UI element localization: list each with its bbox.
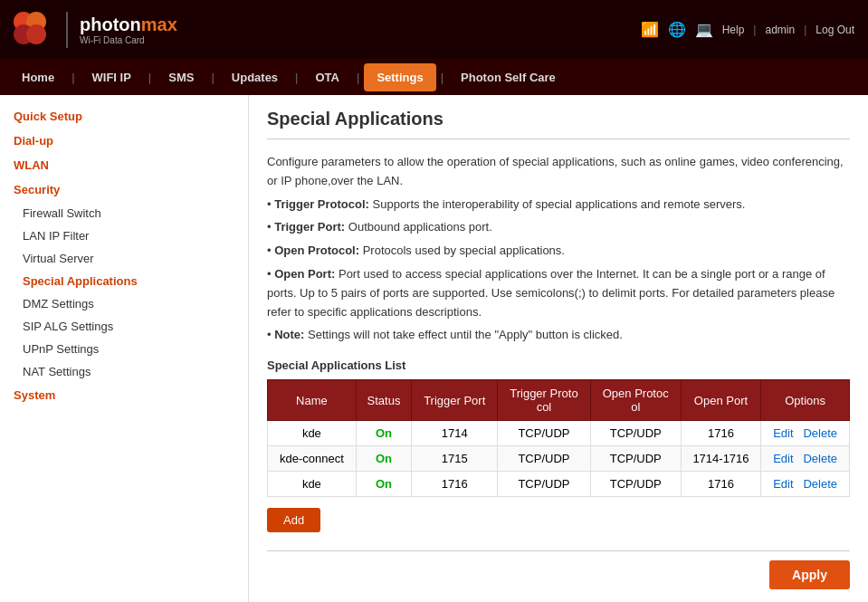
desc-item-4: • Note: Settings will not take effect un… xyxy=(267,326,850,345)
sidebar-item-dmz-settings[interactable]: DMZ Settings xyxy=(0,292,248,315)
nav-sms[interactable]: SMS xyxy=(156,63,206,91)
logout-link[interactable]: Log Out xyxy=(816,24,854,36)
nav-ota[interactable]: OTA xyxy=(303,63,352,91)
nav-wifi-ip[interactable]: WIFI IP xyxy=(80,63,144,91)
table-row: kde-connect On 1715 TCP/UDP TCP/UDP 1714… xyxy=(268,446,850,472)
apply-area: Apply xyxy=(267,560,850,589)
sidebar-item-nat-settings[interactable]: NAT Settings xyxy=(0,360,248,383)
special-applications-table: Name Status Trigger Port Trigger Protoco… xyxy=(267,379,850,497)
main-content: Special Applications Configure parameter… xyxy=(249,95,868,602)
sidebar-item-dialup[interactable]: Dial-up xyxy=(0,129,248,153)
nav-settings[interactable]: Settings xyxy=(364,63,435,91)
sidebar-item-upnp-settings[interactable]: UPnP Settings xyxy=(0,338,248,360)
sidebar-item-quick-setup[interactable]: Quick Setup xyxy=(0,104,248,129)
row3-trigger-port: 1716 xyxy=(412,472,498,497)
header: photonmax Wi-Fi Data Card 📶 🌐 💻 Help | a… xyxy=(0,0,868,59)
row3-delete-link[interactable]: Delete xyxy=(803,477,837,491)
col-trigger-protocol: Trigger Protocol xyxy=(498,380,591,421)
page-title: Special Applications xyxy=(267,109,850,139)
trigger-port-label: Trigger Port: xyxy=(274,220,345,234)
sidebar-item-lan-ip-filter[interactable]: LAN IP Filter xyxy=(0,225,248,247)
sidebar-section-security[interactable]: Security xyxy=(0,177,248,202)
table-row: kde On 1716 TCP/UDP TCP/UDP 1716 Edit De… xyxy=(268,472,850,497)
header-icons: 📶 🌐 💻 xyxy=(641,21,713,38)
tata-logo xyxy=(14,12,54,48)
row2-open-port: 1714-1716 xyxy=(681,446,761,472)
brand-logo: photonmax Wi-Fi Data Card xyxy=(80,14,177,45)
trigger-protocol-label: Trigger Protocol: xyxy=(274,197,369,211)
row3-status: On xyxy=(356,472,412,497)
note-label: Note: xyxy=(274,328,304,341)
row1-options: Edit Delete xyxy=(761,421,850,446)
desc-item-1: • Trigger Port: Outbound applications po… xyxy=(267,218,850,237)
signal-icon: 📶 xyxy=(641,21,659,38)
col-open-protocol: Open Protocol xyxy=(590,380,681,421)
layout: Quick Setup Dial-up WLAN Security Firewa… xyxy=(0,95,868,602)
row1-status: On xyxy=(356,421,412,446)
sidebar-item-system[interactable]: System xyxy=(0,383,248,407)
row2-delete-link[interactable]: Delete xyxy=(803,452,837,465)
open-port-label: Open Port: xyxy=(274,267,335,281)
row2-trigger-port: 1715 xyxy=(412,446,498,472)
nav-home[interactable]: Home xyxy=(9,63,67,91)
sidebar-item-sip-alg-settings[interactable]: SIP ALG Settings xyxy=(0,315,248,338)
description-block: Configure parameters to allow the operat… xyxy=(267,153,850,345)
desc-item-2: • Open Protocol: Protocols used by speci… xyxy=(267,242,850,261)
row1-trigger-protocol: TCP/UDP xyxy=(498,421,591,446)
nav-updates[interactable]: Updates xyxy=(219,63,291,91)
nav-bar: Home | WIFI IP | SMS | Updates | OTA | S… xyxy=(0,59,868,95)
sidebar-item-firewall-switch[interactable]: Firewall Switch xyxy=(0,202,248,225)
sidebar-item-special-applications[interactable]: Special Applications xyxy=(0,270,248,292)
row1-open-protocol: TCP/UDP xyxy=(590,421,681,446)
logo-area: photonmax Wi-Fi Data Card xyxy=(14,12,177,48)
sidebar: Quick Setup Dial-up WLAN Security Firewa… xyxy=(0,95,249,602)
sidebar-item-wlan[interactable]: WLAN xyxy=(0,153,248,177)
col-name: Name xyxy=(268,380,357,421)
col-trigger-port: Trigger Port xyxy=(412,380,498,421)
globe-icon: 🌐 xyxy=(668,21,686,38)
col-status: Status xyxy=(356,380,412,421)
help-link[interactable]: Help xyxy=(722,24,745,36)
add-button[interactable]: Add xyxy=(267,508,320,532)
row3-options: Edit Delete xyxy=(761,472,850,497)
sidebar-item-virtual-server[interactable]: Virtual Server xyxy=(0,247,248,270)
row1-trigger-port: 1714 xyxy=(412,421,498,446)
row2-status: On xyxy=(356,446,412,472)
header-right: 📶 🌐 💻 Help | admin | Log Out xyxy=(641,21,854,38)
desc-item-0: • Trigger Protocol: Supports the interop… xyxy=(267,196,850,215)
row1-open-port: 1716 xyxy=(681,421,761,446)
row3-open-protocol: TCP/UDP xyxy=(590,472,681,497)
row2-trigger-protocol: TCP/UDP xyxy=(498,446,591,472)
open-protocol-label: Open Protocol: xyxy=(274,244,359,257)
col-open-port: Open Port xyxy=(681,380,761,421)
row3-name: kde xyxy=(268,472,357,497)
table-row: kde On 1714 TCP/UDP TCP/UDP 1716 Edit De… xyxy=(268,421,850,446)
row1-delete-link[interactable]: Delete xyxy=(803,426,837,440)
desc-item-3: • Open Port: Port used to access special… xyxy=(267,265,850,321)
admin-label: admin xyxy=(765,24,795,36)
row1-name: kde xyxy=(268,421,357,446)
row1-edit-link[interactable]: Edit xyxy=(773,426,793,440)
row2-name: kde-connect xyxy=(268,446,357,472)
row2-open-protocol: TCP/UDP xyxy=(590,446,681,472)
apply-button[interactable]: Apply xyxy=(769,560,850,589)
table-section-title: Special Applications List xyxy=(267,358,850,372)
row3-edit-link[interactable]: Edit xyxy=(773,477,793,491)
col-options: Options xyxy=(761,380,850,421)
row2-edit-link[interactable]: Edit xyxy=(773,452,793,465)
nav-photon-self-care[interactable]: Photon Self Care xyxy=(448,63,568,91)
device-icon: 💻 xyxy=(695,21,713,38)
row3-trigger-protocol: TCP/UDP xyxy=(498,472,591,497)
divider xyxy=(267,550,850,551)
row3-open-port: 1716 xyxy=(681,472,761,497)
row2-options: Edit Delete xyxy=(761,446,850,472)
description-intro: Configure parameters to allow the operat… xyxy=(267,153,850,191)
